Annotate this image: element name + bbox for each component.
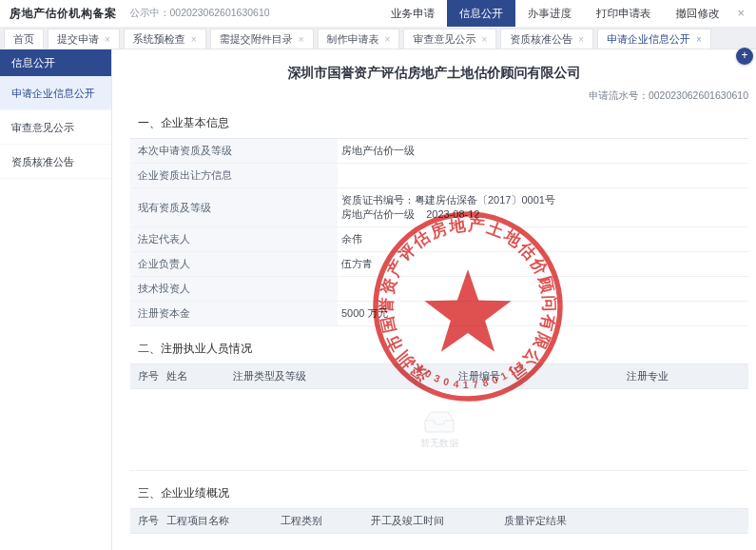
serial-number: 002023062601630610	[649, 89, 748, 101]
info-value: 房地产估价一级	[338, 139, 748, 163]
info-row: 企业资质出让方信息	[130, 164, 748, 188]
top-menu: 业务申请 信息公开 办事进度 打印申请表 撤回修改 ×	[378, 0, 756, 27]
sidebar: 信息公开 申请企业信息公开 审查意见公示 资质核准公告	[0, 49, 112, 550]
tab-close-icon[interactable]: ×	[481, 34, 487, 45]
info-value: 5000 万元	[338, 302, 748, 325]
info-label: 现有资质及等级	[130, 188, 338, 226]
column-header: 注册专业	[627, 364, 748, 388]
tab-make-application-form[interactable]: 制作申请表×	[318, 29, 400, 49]
info-value: 伍方青	[338, 252, 748, 276]
app-title: 房地产估价机构备案	[10, 6, 117, 22]
info-value: 资质证书编号：粤建房估深备〔2017〕0001号房地产估价一级 2023-08-…	[338, 188, 748, 226]
page-title: 深圳市国誉资产评估房地产土地估价顾问有限公司	[112, 65, 756, 82]
menu-item-progress[interactable]: 办事进度	[515, 0, 584, 27]
tab-close-icon[interactable]: ×	[299, 34, 304, 45]
info-row: 技术投资人	[130, 277, 748, 302]
info-label: 技术投资人	[130, 277, 338, 301]
staff-table-header: 序号 姓名 注册类型及等级 注册编号 注册专业	[130, 364, 748, 389]
column-header: 工程项目名称	[166, 509, 281, 533]
info-row: 企业负责人 伍方青	[130, 252, 748, 277]
info-label: 企业资质出让方信息	[130, 164, 338, 187]
performance-table-body: 暂无数据	[130, 534, 748, 550]
close-icon[interactable]: ×	[731, 0, 756, 27]
info-value: 余伟	[338, 227, 748, 251]
tab-submit-application[interactable]: 提交申请×	[48, 29, 120, 49]
tab-close-icon[interactable]: ×	[578, 34, 584, 45]
menu-item-withdraw[interactable]: 撤回修改	[663, 0, 731, 27]
column-header: 注册类型及等级	[233, 364, 458, 388]
column-header: 姓名	[166, 364, 233, 388]
section-performance-title: 三、企业业绩概况	[130, 479, 748, 509]
status-number: 002023062601630610	[170, 7, 270, 18]
column-header: 序号	[138, 509, 166, 533]
info-row: 现有资质及等级 资质证书编号：粤建房估深备〔2017〕0001号房地产估价一级 …	[130, 188, 748, 227]
tab-bar: 首页 提交申请× 系统预检查× 需提交附件目录× 制作申请表× 审查意见公示× …	[0, 27, 756, 49]
empty-state: 暂无数据	[420, 409, 458, 450]
column-header: 工程类别	[281, 509, 371, 533]
main-content: 深圳市国誉资产评估房地产土地估价顾问有限公司 申请流水号：00202306260…	[112, 49, 756, 550]
staff-table-body: 暂无数据	[130, 389, 748, 471]
section-registered-staff-title: 二、注册执业人员情况	[130, 334, 748, 364]
tab-attachment-directory[interactable]: 需提交附件目录×	[210, 29, 314, 49]
column-header: 开工及竣工时间	[371, 509, 504, 533]
tab-label: 申请企业信息公开	[607, 32, 690, 47]
section-performance: 三、企业业绩概况 序号 工程项目名称 工程类别 开工及竣工时间 质量评定结果	[130, 479, 748, 550]
menu-item-print-form[interactable]: 打印申请表	[584, 0, 664, 27]
menu-item-business-apply[interactable]: 业务申请	[378, 0, 447, 27]
info-value	[338, 277, 748, 301]
tab-label: 需提交附件目录	[220, 32, 293, 47]
publicity-status: 公示中：002023062601630610	[130, 7, 270, 20]
top-bar: 房地产估价机构备案 公示中：002023062601630610 业务申请 信息…	[0, 0, 756, 27]
serial-label: 申请流水号：	[589, 89, 649, 101]
tab-close-icon[interactable]: ×	[696, 34, 702, 45]
tab-label: 提交申请	[57, 32, 99, 47]
info-row: 法定代表人 余伟	[130, 227, 748, 252]
tab-home[interactable]: 首页	[4, 29, 44, 49]
app-window: 房地产估价机构备案 公示中：002023062601630610 业务申请 信息…	[0, 0, 756, 550]
empty-inbox-icon	[423, 409, 456, 434]
tab-close-icon[interactable]: ×	[191, 34, 197, 45]
info-row: 本次申请资质及等级 房地产估价一级	[130, 139, 748, 164]
performance-table-header: 序号 工程项目名称 工程类别 开工及竣工时间 质量评定结果	[130, 509, 748, 534]
tab-label: 首页	[13, 32, 34, 47]
column-header: 序号	[138, 364, 166, 388]
tab-label: 审查意见公示	[413, 32, 475, 47]
info-label: 企业负责人	[130, 252, 338, 276]
menu-item-info-disclosure[interactable]: 信息公开	[447, 0, 515, 27]
column-header: 注册编号	[458, 364, 627, 388]
status-label: 公示中：	[130, 7, 170, 18]
info-row: 注册资本金 5000 万元	[130, 302, 748, 326]
sidebar-item-qualification-announcement[interactable]: 资质核准公告	[0, 145, 111, 179]
info-label: 注册资本金	[130, 302, 338, 325]
section-registered-staff: 二、注册执业人员情况 序号 姓名 注册类型及等级 注册编号 注册专业	[130, 334, 748, 471]
sidebar-item-enterprise-info[interactable]: 申请企业信息公开	[0, 76, 111, 110]
column-header: 质量评定结果	[504, 509, 748, 533]
qualification-date: 房地产估价一级 2023-08-12	[341, 207, 743, 222]
info-label: 本次申请资质及等级	[130, 139, 338, 163]
tab-system-precheck[interactable]: 系统预检查×	[124, 29, 206, 49]
tab-review-opinion[interactable]: 审查意见公示×	[403, 29, 496, 49]
section-basic-info: 一、企业基本信息 本次申请资质及等级 房地产估价一级 企业资质出让方信息 现有资…	[130, 108, 748, 326]
application-serial: 申请流水号：002023062601630610	[112, 89, 748, 103]
tab-label: 制作申请表	[327, 32, 379, 47]
body-wrap: 信息公开 申请企业信息公开 审查意见公示 资质核准公告 深圳市国誉资产评估房地产…	[0, 49, 756, 550]
tab-label: 资质核准公告	[510, 32, 572, 47]
sidebar-header: 信息公开	[0, 49, 111, 76]
plus-icon: +	[741, 49, 747, 62]
tab-enterprise-info-disclosure[interactable]: 申请企业信息公开×	[597, 29, 711, 49]
tab-close-icon[interactable]: ×	[385, 34, 391, 45]
section-basic-info-title: 一、企业基本信息	[130, 108, 748, 139]
certificate-number: 资质证书编号：粤建房估深备〔2017〕0001号	[341, 193, 743, 207]
sidebar-item-review-opinion[interactable]: 审查意见公示	[0, 110, 111, 145]
empty-text: 暂无数据	[420, 437, 458, 450]
tab-close-icon[interactable]: ×	[105, 34, 110, 45]
tab-qualification-announcement[interactable]: 资质核准公告×	[500, 29, 593, 49]
top-bar-left: 房地产估价机构备案 公示中：002023062601630610	[10, 6, 270, 22]
tab-label: 系统预检查	[133, 32, 185, 47]
info-label: 法定代表人	[130, 227, 338, 251]
sections: 一、企业基本信息 本次申请资质及等级 房地产估价一级 企业资质出让方信息 现有资…	[130, 108, 748, 550]
assistant-button[interactable]: +	[736, 48, 753, 65]
info-value	[338, 164, 748, 187]
